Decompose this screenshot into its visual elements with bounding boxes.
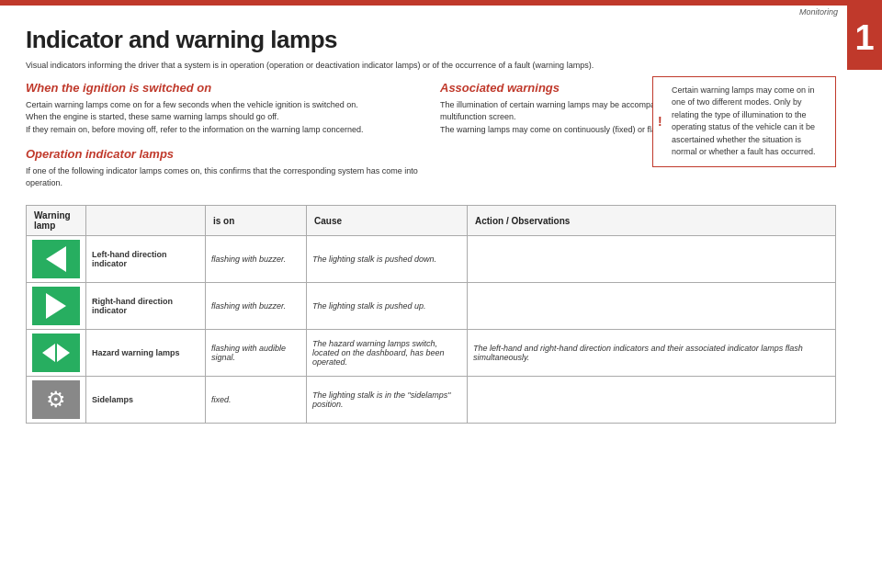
row3-is-on: flashing with audible signal.: [206, 330, 307, 377]
section2-title: Operation indicator lamps: [26, 147, 422, 161]
main-content: Indicator and warning lamps Visual indic…: [26, 13, 836, 570]
chapter-number: 1: [854, 18, 874, 58]
table-row: ⚙ Sidelamps fixed. The lighting stalk is…: [27, 377, 836, 424]
row1-action: [468, 236, 836, 283]
row2-action: [468, 283, 836, 330]
page-title: Indicator and warning lamps: [26, 26, 836, 54]
row4-is-on: fixed.: [206, 377, 307, 424]
col-header-cause: Cause: [307, 206, 468, 236]
warning-table: Warning lamp is on Cause Action / Observ…: [26, 205, 836, 424]
section2-body: If one of the following indicator lamps …: [26, 165, 422, 188]
table-row: Hazard warning lamps flashing with audib…: [27, 330, 836, 377]
right-arrow-icon-box: [32, 287, 80, 325]
row3-action: The left-hand and right-hand direction i…: [468, 330, 836, 377]
warning-box: Certain warning lamps may come on in one…: [652, 76, 836, 167]
col-header-action: Action / Observations: [468, 206, 836, 236]
gear-icon: ⚙: [46, 387, 66, 413]
right-column: Associated warnings The illumination of …: [440, 81, 836, 197]
row4-icon-cell: ⚙: [27, 377, 86, 424]
row1-cause: The lighting stalk is pushed down.: [307, 236, 468, 283]
warning-box-text: Certain warning lamps may come on in one…: [672, 85, 816, 157]
left-arrow-icon: [46, 246, 66, 272]
col-header-ison: is on: [206, 206, 307, 236]
top-accent-bar: [0, 0, 882, 6]
row4-cause: The lighting stalk is in the "sidelamps"…: [307, 377, 468, 424]
right-arrow-icon: [46, 293, 66, 319]
row2-icon-cell: [27, 283, 86, 330]
row2-cause: The lighting stalk is pushed up.: [307, 283, 468, 330]
hazard-left-arrow: [42, 344, 55, 362]
table-row: Right-hand direction indicator flashing …: [27, 283, 836, 330]
table-row: Left-hand direction indicator flashing w…: [27, 236, 836, 283]
row1-icon-cell: [27, 236, 86, 283]
subtitle-text: Visual indicators informing the driver t…: [26, 60, 836, 72]
row4-label: Sidelamps: [86, 377, 206, 424]
sidelamp-icon-box: ⚙: [32, 380, 80, 419]
hazard-right-arrow: [57, 344, 70, 362]
left-arrow-icon-box: [32, 240, 80, 278]
hazard-arrow-icon: [42, 344, 70, 362]
col-header-label: [86, 206, 206, 236]
row3-label: Hazard warning lamps: [86, 330, 206, 377]
row1-label: Left-hand direction indicator: [86, 236, 206, 283]
row1-is-on: flashing with buzzer.: [206, 236, 307, 283]
row3-cause: The hazard warning lamps switch, located…: [307, 330, 468, 377]
row2-label: Right-hand direction indicator: [86, 283, 206, 330]
section1-body: Certain warning lamps come on for a few …: [26, 99, 422, 137]
chapter-tab: 1: [847, 6, 882, 70]
section1-title: When the ignition is switched on: [26, 81, 422, 95]
left-column: When the ignition is switched on Certain…: [26, 81, 422, 197]
row2-is-on: flashing with buzzer.: [206, 283, 307, 330]
col-header-icon: Warning lamp: [27, 206, 86, 236]
hazard-icon-box: [32, 334, 80, 372]
row3-icon-cell: [27, 330, 86, 377]
two-column-layout: When the ignition is switched on Certain…: [26, 81, 836, 197]
row4-action: [468, 377, 836, 424]
